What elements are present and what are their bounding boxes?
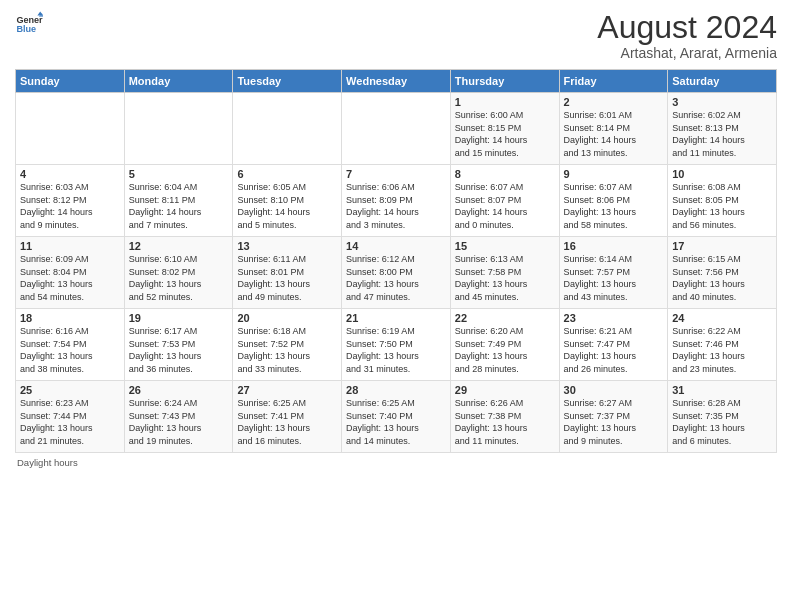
week-row-3: 11Sunrise: 6:09 AMSunset: 8:04 PMDayligh… [16,237,777,309]
day-info: Sunrise: 6:21 AMSunset: 7:47 PMDaylight:… [564,325,664,375]
day-info: Sunrise: 6:04 AMSunset: 8:11 PMDaylight:… [129,181,229,231]
calendar-cell: 7Sunrise: 6:06 AMSunset: 8:09 PMDaylight… [342,165,451,237]
calendar-cell: 24Sunrise: 6:22 AMSunset: 7:46 PMDayligh… [668,309,777,381]
week-row-4: 18Sunrise: 6:16 AMSunset: 7:54 PMDayligh… [16,309,777,381]
day-number: 21 [346,312,446,324]
day-number: 8 [455,168,555,180]
day-header-sunday: Sunday [16,70,125,93]
calendar-cell: 31Sunrise: 6:28 AMSunset: 7:35 PMDayligh… [668,381,777,453]
day-info: Sunrise: 6:20 AMSunset: 7:49 PMDaylight:… [455,325,555,375]
day-info: Sunrise: 6:05 AMSunset: 8:10 PMDaylight:… [237,181,337,231]
calendar-cell: 23Sunrise: 6:21 AMSunset: 7:47 PMDayligh… [559,309,668,381]
day-info: Sunrise: 6:14 AMSunset: 7:57 PMDaylight:… [564,253,664,303]
day-info: Sunrise: 6:11 AMSunset: 8:01 PMDaylight:… [237,253,337,303]
day-number: 30 [564,384,664,396]
day-info: Sunrise: 6:01 AMSunset: 8:14 PMDaylight:… [564,109,664,159]
calendar-cell: 10Sunrise: 6:08 AMSunset: 8:05 PMDayligh… [668,165,777,237]
day-number: 26 [129,384,229,396]
logo-icon: General Blue [15,10,43,38]
day-info: Sunrise: 6:15 AMSunset: 7:56 PMDaylight:… [672,253,772,303]
page-container: General Blue August 2024 Artashat, Arara… [0,0,792,473]
day-number: 14 [346,240,446,252]
calendar-cell [124,93,233,165]
header: General Blue August 2024 Artashat, Arara… [15,10,777,61]
day-number: 24 [672,312,772,324]
calendar-cell [16,93,125,165]
week-row-2: 4Sunrise: 6:03 AMSunset: 8:12 PMDaylight… [16,165,777,237]
calendar-cell: 5Sunrise: 6:04 AMSunset: 8:11 PMDaylight… [124,165,233,237]
day-info: Sunrise: 6:09 AMSunset: 8:04 PMDaylight:… [20,253,120,303]
day-number: 7 [346,168,446,180]
day-header-monday: Monday [124,70,233,93]
day-number: 25 [20,384,120,396]
subtitle: Artashat, Ararat, Armenia [597,45,777,61]
day-info: Sunrise: 6:08 AMSunset: 8:05 PMDaylight:… [672,181,772,231]
day-info: Sunrise: 6:03 AMSunset: 8:12 PMDaylight:… [20,181,120,231]
week-row-1: 1Sunrise: 6:00 AMSunset: 8:15 PMDaylight… [16,93,777,165]
calendar-cell: 14Sunrise: 6:12 AMSunset: 8:00 PMDayligh… [342,237,451,309]
day-number: 5 [129,168,229,180]
day-header-friday: Friday [559,70,668,93]
week-row-5: 25Sunrise: 6:23 AMSunset: 7:44 PMDayligh… [16,381,777,453]
day-info: Sunrise: 6:22 AMSunset: 7:46 PMDaylight:… [672,325,772,375]
calendar-cell: 3Sunrise: 6:02 AMSunset: 8:13 PMDaylight… [668,93,777,165]
calendar-cell: 12Sunrise: 6:10 AMSunset: 8:02 PMDayligh… [124,237,233,309]
day-info: Sunrise: 6:18 AMSunset: 7:52 PMDaylight:… [237,325,337,375]
calendar-table: SundayMondayTuesdayWednesdayThursdayFrid… [15,69,777,453]
day-number: 12 [129,240,229,252]
calendar-cell: 27Sunrise: 6:25 AMSunset: 7:41 PMDayligh… [233,381,342,453]
day-info: Sunrise: 6:06 AMSunset: 8:09 PMDaylight:… [346,181,446,231]
day-header-wednesday: Wednesday [342,70,451,93]
day-number: 11 [20,240,120,252]
calendar-cell: 29Sunrise: 6:26 AMSunset: 7:38 PMDayligh… [450,381,559,453]
day-number: 28 [346,384,446,396]
day-number: 27 [237,384,337,396]
day-number: 17 [672,240,772,252]
calendar-cell: 17Sunrise: 6:15 AMSunset: 7:56 PMDayligh… [668,237,777,309]
day-number: 15 [455,240,555,252]
day-number: 20 [237,312,337,324]
calendar-cell: 8Sunrise: 6:07 AMSunset: 8:07 PMDaylight… [450,165,559,237]
day-info: Sunrise: 6:10 AMSunset: 8:02 PMDaylight:… [129,253,229,303]
calendar-cell: 25Sunrise: 6:23 AMSunset: 7:44 PMDayligh… [16,381,125,453]
day-info: Sunrise: 6:19 AMSunset: 7:50 PMDaylight:… [346,325,446,375]
day-info: Sunrise: 6:26 AMSunset: 7:38 PMDaylight:… [455,397,555,447]
day-info: Sunrise: 6:25 AMSunset: 7:41 PMDaylight:… [237,397,337,447]
day-number: 4 [20,168,120,180]
day-number: 29 [455,384,555,396]
calendar-cell: 22Sunrise: 6:20 AMSunset: 7:49 PMDayligh… [450,309,559,381]
calendar-cell: 4Sunrise: 6:03 AMSunset: 8:12 PMDaylight… [16,165,125,237]
header-row: SundayMondayTuesdayWednesdayThursdayFrid… [16,70,777,93]
day-number: 18 [20,312,120,324]
calendar-cell: 26Sunrise: 6:24 AMSunset: 7:43 PMDayligh… [124,381,233,453]
calendar-cell [342,93,451,165]
day-info: Sunrise: 6:07 AMSunset: 8:06 PMDaylight:… [564,181,664,231]
main-title: August 2024 [597,10,777,45]
day-info: Sunrise: 6:28 AMSunset: 7:35 PMDaylight:… [672,397,772,447]
day-number: 22 [455,312,555,324]
calendar-cell: 2Sunrise: 6:01 AMSunset: 8:14 PMDaylight… [559,93,668,165]
calendar-cell: 13Sunrise: 6:11 AMSunset: 8:01 PMDayligh… [233,237,342,309]
day-number: 2 [564,96,664,108]
calendar-cell: 30Sunrise: 6:27 AMSunset: 7:37 PMDayligh… [559,381,668,453]
day-info: Sunrise: 6:23 AMSunset: 7:44 PMDaylight:… [20,397,120,447]
calendar-cell: 9Sunrise: 6:07 AMSunset: 8:06 PMDaylight… [559,165,668,237]
day-info: Sunrise: 6:25 AMSunset: 7:40 PMDaylight:… [346,397,446,447]
title-area: August 2024 Artashat, Ararat, Armenia [597,10,777,61]
day-number: 16 [564,240,664,252]
day-number: 10 [672,168,772,180]
calendar-cell: 16Sunrise: 6:14 AMSunset: 7:57 PMDayligh… [559,237,668,309]
calendar-cell: 11Sunrise: 6:09 AMSunset: 8:04 PMDayligh… [16,237,125,309]
day-number: 13 [237,240,337,252]
svg-text:General: General [16,15,43,25]
day-header-tuesday: Tuesday [233,70,342,93]
calendar-cell: 18Sunrise: 6:16 AMSunset: 7:54 PMDayligh… [16,309,125,381]
day-number: 9 [564,168,664,180]
day-number: 3 [672,96,772,108]
calendar-cell: 20Sunrise: 6:18 AMSunset: 7:52 PMDayligh… [233,309,342,381]
day-info: Sunrise: 6:16 AMSunset: 7:54 PMDaylight:… [20,325,120,375]
day-number: 31 [672,384,772,396]
calendar-cell: 15Sunrise: 6:13 AMSunset: 7:58 PMDayligh… [450,237,559,309]
day-info: Sunrise: 6:02 AMSunset: 8:13 PMDaylight:… [672,109,772,159]
calendar-cell: 21Sunrise: 6:19 AMSunset: 7:50 PMDayligh… [342,309,451,381]
